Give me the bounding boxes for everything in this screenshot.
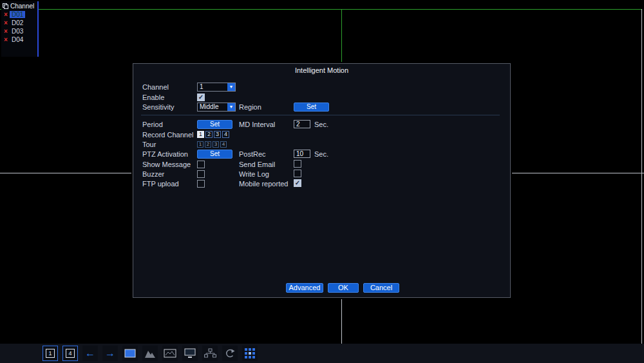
channel-item-label: D03 [10,28,25,35]
buzzer-checkbox[interactable] [197,170,205,178]
channel-panel: Channel × D01 × D02 × D03 × D04 [1,1,39,57]
write-log-label: Write Log [239,170,269,179]
channel-item-d04[interactable]: × D04 [3,35,37,44]
buzzer-label: Buzzer [142,170,164,179]
sensitivity-select[interactable]: Middle ▼ [197,103,236,112]
channel-item-label: D01 [10,11,25,18]
period-label: Period [142,121,163,129]
single-view-icon: 1 [46,349,55,358]
md-interval-unit: Sec. [314,121,328,129]
md-interval-label: MD Interval [239,121,275,129]
record-channel-3[interactable]: 3 [214,131,221,138]
tour-label: Tour [142,141,156,149]
rotate-button[interactable] [222,346,238,361]
record-channel-4[interactable]: 4 [222,131,229,138]
enable-checkbox[interactable] [197,93,205,101]
send-email-label: Send Email [239,161,275,169]
status-x-icon: × [3,11,9,18]
monitor-icon [184,348,196,358]
status-x-icon: × [3,28,9,35]
grid-icon [244,348,256,359]
mobile-reported-label: Mobile reported [239,180,288,188]
ptz-icon [144,348,156,358]
tour-channel-3[interactable]: 3 [213,141,219,148]
ftp-upload-label: FTP upload [142,180,179,188]
dialog-title: Intelligent Motion [133,66,510,74]
sensitivity-label: Sensitivity [142,103,175,112]
tour-channel-2[interactable]: 2 [205,141,211,148]
record-channel-2[interactable]: 2 [205,131,213,138]
region-set-button[interactable]: Set [294,103,329,112]
channel-item-d01[interactable]: × D01 [3,10,37,19]
grid-line-top [0,9,641,10]
divider [141,115,500,115]
chevron-down-icon[interactable]: ▼ [227,83,235,91]
ftp-upload-checkbox[interactable] [197,180,205,188]
md-interval-input[interactable] [294,120,310,128]
multi-view-button[interactable] [242,346,258,361]
quad-view-button[interactable]: 4 [62,346,78,361]
channel-select-value: 1 [200,83,204,90]
channel-item-label: D04 [10,36,25,43]
quad-view-icon: 4 [66,349,75,358]
mobile-reported-checkbox[interactable] [294,179,301,187]
status-x-icon: × [3,19,9,26]
region-label: Region [239,103,261,112]
chevron-down-icon[interactable]: ▼ [227,103,235,111]
network-button[interactable] [202,346,218,361]
tour-channel-4[interactable]: 4 [220,141,227,148]
left-arrow-icon: ← [85,348,95,358]
postrec-input[interactable] [294,150,310,158]
display-button[interactable] [122,346,138,361]
playback-button[interactable] [162,346,178,361]
record-channel-label: Record Channel [142,131,194,139]
postrec-label: PostRec [239,150,266,159]
display-icon [124,348,137,358]
channel-label: Channel [142,83,169,92]
next-channel-button[interactable]: → [102,346,118,361]
playback-icon [164,348,176,358]
send-email-checkbox[interactable] [294,160,301,168]
sensitivity-select-value: Middle [200,103,218,110]
channel-item-d02[interactable]: × D02 [3,19,37,27]
ptz-activation-label: PTZ Activation [142,150,188,159]
record-channel-1[interactable]: 1 [197,131,204,138]
window-icon [3,3,8,9]
ptz-set-button[interactable]: Set [197,150,232,159]
show-message-label: Show Message [142,161,191,169]
ptz-button[interactable] [142,346,158,361]
ok-button[interactable]: OK [328,283,359,293]
toolbar: 1 4 ← → [0,344,644,363]
channel-panel-title: Channel [10,3,34,10]
postrec-unit: Sec. [314,150,328,159]
channel-select[interactable]: 1 ▼ [197,83,236,92]
prev-channel-button[interactable]: ← [82,346,98,361]
channel-panel-header: Channel [3,2,37,10]
tour-channel-1[interactable]: 1 [197,141,204,148]
cancel-button[interactable]: Cancel [363,283,399,293]
single-view-button[interactable]: 1 [43,346,58,361]
screen-button[interactable] [182,346,198,361]
rotate-icon [224,348,236,358]
network-icon [204,348,216,358]
write-log-checkbox[interactable] [294,170,301,177]
dvr-screen: Channel × D01 × D02 × D03 × D04 Intellig… [0,0,644,363]
enable-label: Enable [142,93,164,102]
advanced-button[interactable]: Advanced [286,283,323,293]
right-arrow-icon: → [105,348,115,358]
show-message-checkbox[interactable] [197,161,205,168]
period-set-button[interactable]: Set [197,120,232,129]
grid-line-right [641,9,642,344]
channel-item-d03[interactable]: × D03 [3,27,37,35]
intelligent-motion-dialog: Intelligent Motion Channel 1 ▼ Enable Se… [133,63,511,298]
status-x-icon: × [3,36,9,43]
channel-item-label: D02 [10,19,25,26]
